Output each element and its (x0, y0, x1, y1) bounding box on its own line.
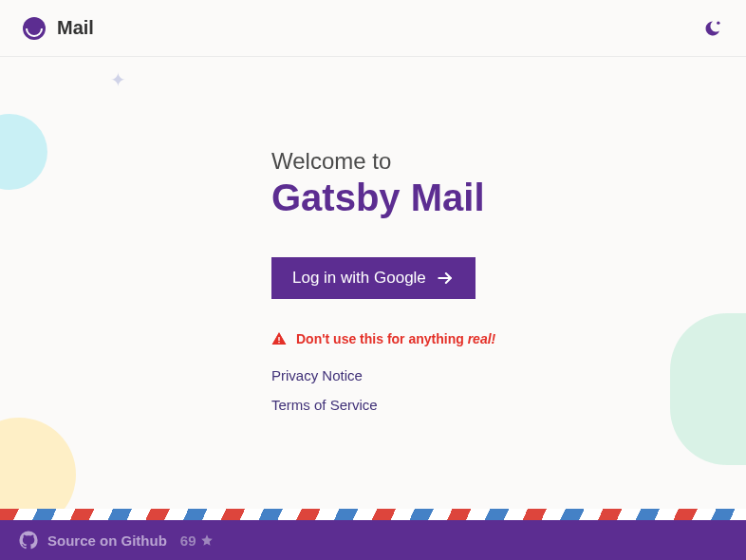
brand-name: Mail (57, 17, 94, 39)
login-label: Log in with Google (292, 269, 426, 288)
svg-point-0 (717, 21, 719, 24)
arrow-right-icon (436, 269, 455, 288)
policy-links: Privacy Notice Terms of Service (271, 367, 746, 413)
welcome-pre: Welcome to (271, 148, 746, 175)
github-icon (19, 531, 38, 550)
github-stars: 69 (180, 532, 214, 549)
source-on-github-link[interactable]: Source on Github (19, 531, 167, 550)
stars-count: 69 (180, 532, 196, 549)
privacy-notice-link[interactable]: Privacy Notice (271, 367, 746, 383)
gatsby-logo-icon (23, 17, 46, 40)
page-title: Gatsby Mail (271, 177, 746, 219)
main-content: Welcome to Gatsby Mail Log in with Googl… (0, 57, 746, 413)
brand[interactable]: Mail (23, 17, 94, 40)
header-bar: Mail (0, 0, 746, 57)
warning-message: Don't use this for anything real! (271, 331, 746, 346)
source-label: Source on Github (47, 532, 167, 549)
airmail-stripe (0, 509, 746, 520)
login-with-google-button[interactable]: Log in with Google (271, 257, 476, 299)
warning-icon (271, 331, 287, 346)
footer-bar: Source on Github 69 (0, 520, 746, 560)
svg-rect-2 (278, 337, 279, 341)
moon-icon (703, 19, 722, 38)
warning-text: Don't use this for anything real! (296, 331, 495, 346)
svg-rect-3 (278, 342, 279, 343)
star-icon (200, 533, 214, 547)
theme-toggle-button[interactable] (702, 18, 723, 39)
terms-of-service-link[interactable]: Terms of Service (271, 397, 746, 413)
